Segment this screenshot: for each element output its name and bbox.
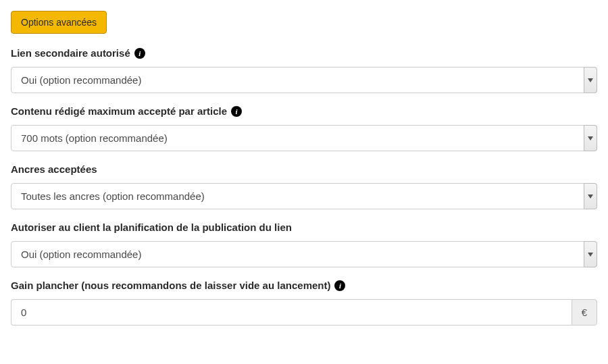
select-wrapper-anchors: Toutes les ancres (option recommandée) xyxy=(11,183,597,209)
input-floor-gain[interactable] xyxy=(11,299,572,326)
select-anchors[interactable]: Toutes les ancres (option recommandée) xyxy=(11,183,597,209)
label-text-scheduling: Autoriser au client la planification de … xyxy=(11,222,292,233)
info-icon[interactable]: i xyxy=(334,280,345,291)
select-secondary-link[interactable]: Oui (option recommandée) xyxy=(11,67,597,93)
field-max-content: Contenu rédigé maximum accepté par artic… xyxy=(11,105,597,151)
info-icon[interactable]: i xyxy=(134,48,145,59)
label-secondary-link: Lien secondaire autorisé i xyxy=(11,47,597,59)
label-text-floor-gain: Gain plancher (nous recommandons de lais… xyxy=(11,280,330,291)
label-text-secondary-link: Lien secondaire autorisé xyxy=(11,47,130,59)
label-floor-gain: Gain plancher (nous recommandons de lais… xyxy=(11,280,597,291)
select-wrapper-scheduling: Oui (option recommandée) xyxy=(11,241,597,267)
field-scheduling: Autoriser au client la planification de … xyxy=(11,222,597,267)
info-icon[interactable]: i xyxy=(231,106,242,117)
select-scheduling[interactable]: Oui (option recommandée) xyxy=(11,241,597,267)
label-scheduling: Autoriser au client la planification de … xyxy=(11,222,597,233)
select-wrapper-secondary-link: Oui (option recommandée) xyxy=(11,67,597,93)
label-text-max-content: Contenu rédigé maximum accepté par artic… xyxy=(11,105,227,117)
field-secondary-link: Lien secondaire autorisé i Oui (option r… xyxy=(11,47,597,93)
currency-addon: € xyxy=(572,299,597,326)
advanced-options-button[interactable]: Options avancées xyxy=(11,11,107,34)
label-anchors: Ancres acceptées xyxy=(11,163,597,175)
field-anchors: Ancres acceptées Toutes les ancres (opti… xyxy=(11,163,597,209)
select-wrapper-max-content: 700 mots (option recommandée) xyxy=(11,125,597,151)
input-group-floor-gain: € xyxy=(11,299,597,326)
label-text-anchors: Ancres acceptées xyxy=(11,163,97,175)
label-max-content: Contenu rédigé maximum accepté par artic… xyxy=(11,105,597,117)
field-floor-gain: Gain plancher (nous recommandons de lais… xyxy=(11,280,597,326)
select-max-content[interactable]: 700 mots (option recommandée) xyxy=(11,125,597,151)
